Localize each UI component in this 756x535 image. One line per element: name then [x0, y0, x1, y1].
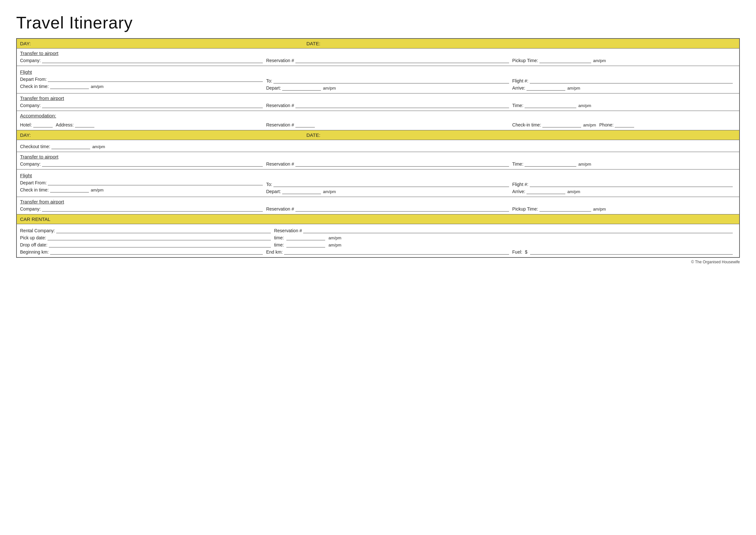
time-field-car1[interactable]	[286, 235, 325, 240]
ampm1: am/pm	[91, 84, 104, 89]
arrive-label: Arrive:	[512, 85, 525, 91]
day1-header: DAY: DATE:	[17, 39, 739, 48]
ampm7: am/pm	[91, 187, 104, 192]
day1-accommodation: Accommodation: Hotel: Address: Reservati…	[17, 111, 739, 130]
checkout-ampm: am/pm	[92, 144, 105, 149]
flight-hash-field[interactable]	[530, 78, 733, 83]
phone-label: Phone:	[599, 122, 613, 127]
beginning-km-field[interactable]	[50, 249, 263, 255]
day1-day-label: DAY:	[20, 41, 307, 46]
depart-from-field[interactable]	[48, 76, 263, 82]
day2-date-label: DATE:	[307, 132, 736, 138]
day1-flight: Flight Depart From: Check in time: am/pm…	[17, 66, 739, 94]
phone-field[interactable]	[615, 122, 634, 127]
pickup-time-label: Pickup Time:	[512, 58, 538, 63]
time-field[interactable]	[525, 102, 576, 108]
to-label: To:	[266, 78, 272, 83]
transfer-from-airport-title: Transfer from airport	[20, 96, 736, 101]
reservation-label4: Reservation #	[266, 161, 294, 167]
day1-date-label: DATE:	[307, 41, 736, 46]
fuel-field[interactable]	[530, 249, 733, 255]
pickup-time-field2[interactable]	[539, 206, 591, 211]
time-label-car1: time:	[274, 235, 284, 240]
company-field4[interactable]	[42, 206, 263, 211]
address-field[interactable]	[75, 122, 94, 127]
checkin-label2: Check in time:	[20, 187, 49, 192]
fuel-label: Fuel:	[512, 249, 522, 255]
reservation-field4[interactable]	[295, 161, 509, 167]
company-label: Company:	[20, 58, 41, 63]
pickup-date-field[interactable]	[47, 235, 271, 240]
time-field-car2[interactable]	[286, 241, 325, 247]
rental-company-label: Rental Company:	[20, 228, 55, 233]
accommodation-title: Accommodation:	[20, 113, 736, 118]
reservation-label2: Reservation #	[266, 103, 294, 108]
day2-checkout: Checkout time: am/pm	[17, 140, 739, 152]
company-label4: Company:	[20, 206, 41, 211]
ampm8: am/pm	[323, 189, 336, 194]
time-label: Time:	[512, 103, 523, 108]
depart-from-label: Depart From:	[20, 77, 46, 82]
transfer-to-airport-title2: Transfer to airport	[20, 154, 736, 159]
dropoff-date-field[interactable]	[49, 241, 271, 247]
hotel-field[interactable]	[33, 122, 53, 127]
to-field[interactable]	[273, 78, 509, 83]
ampm4: am/pm	[578, 103, 591, 108]
end-km-field[interactable]	[284, 249, 509, 255]
flight-hash-label: Flight #:	[512, 78, 528, 83]
checkin-field2[interactable]	[50, 187, 89, 192]
day2-transfer-to-airport: Transfer to airport Company: Reservation…	[17, 152, 739, 169]
depart-label2: Depart:	[266, 189, 281, 194]
pickup-date-label: Pick up date:	[20, 235, 46, 240]
reservation-field3[interactable]	[295, 122, 315, 127]
pickup-time-field[interactable]	[539, 57, 591, 63]
checkout-label: Checkout time:	[20, 144, 50, 149]
ampm: am/pm	[593, 58, 606, 63]
checkin-label: Check in time:	[20, 84, 49, 89]
dollar-sign: $	[525, 249, 527, 255]
depart-field[interactable]	[282, 85, 321, 91]
company-label3: Company:	[20, 161, 41, 167]
day1-transfer-from-airport: Transfer from airport Company: Reservati…	[17, 94, 739, 111]
checkout-field[interactable]	[51, 143, 90, 149]
ampm5: am/pm	[583, 123, 596, 127]
arrive-field2[interactable]	[526, 188, 565, 194]
depart-from-field2[interactable]	[48, 180, 263, 185]
ampm6: am/pm	[578, 162, 591, 167]
end-km-label: End km:	[266, 249, 283, 255]
checkin-time-field[interactable]	[542, 122, 581, 127]
ampm10: am/pm	[593, 207, 606, 211]
reservation-label3: Reservation #	[266, 122, 294, 127]
reservation-field[interactable]	[295, 57, 509, 63]
beginning-km-label: Beginning km:	[20, 249, 49, 255]
ampm-car1: am/pm	[328, 236, 341, 240]
flight-title: Flight	[20, 69, 266, 75]
rental-company-field[interactable]	[56, 227, 271, 233]
reservation-field2[interactable]	[295, 102, 509, 108]
company-field[interactable]	[42, 57, 263, 63]
arrive-field[interactable]	[526, 85, 565, 91]
checkin-time-label: Check-in time:	[512, 122, 541, 127]
flight-hash-field2[interactable]	[530, 181, 733, 187]
page-title: Travel Itinerary	[16, 13, 740, 32]
itinerary-table: DAY: DATE: Transfer to airport Company: …	[16, 38, 740, 258]
ampm-car2: am/pm	[328, 242, 341, 247]
car-reservation-field[interactable]	[303, 227, 733, 233]
to-field2[interactable]	[273, 181, 509, 187]
time-field2[interactable]	[525, 161, 576, 167]
car-rental-header: CAR RENTAL	[17, 214, 739, 224]
company-field3[interactable]	[42, 161, 263, 167]
car-rental-label: CAR RENTAL	[20, 216, 50, 222]
hotel-label: Hotel:	[20, 122, 32, 127]
car-rental-section: Rental Company: Reservation # Pick up da…	[17, 224, 739, 257]
depart-field2[interactable]	[282, 188, 321, 194]
arrive-label2: Arrive:	[512, 189, 525, 194]
day1-transfer-to-airport: Transfer to airport Company: Reservation…	[17, 48, 739, 66]
reservation-field5[interactable]	[295, 206, 509, 211]
reservation-label: Reservation #	[266, 58, 294, 63]
to-label2: To:	[266, 182, 272, 187]
company-field2[interactable]	[42, 102, 263, 108]
day2-day-label: DAY:	[20, 132, 307, 138]
checkin-field[interactable]	[50, 83, 89, 89]
day2-header: DAY: DATE:	[17, 130, 739, 140]
